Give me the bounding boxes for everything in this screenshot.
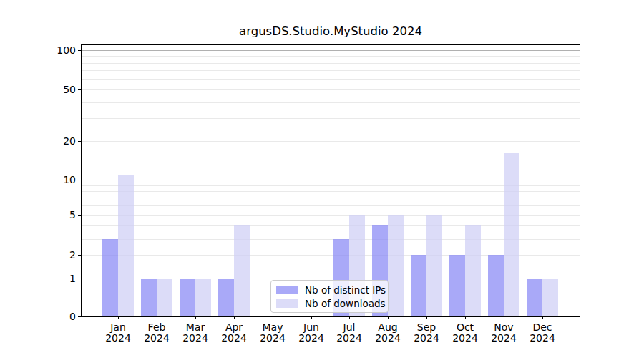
chart: argusDS.Studio.MyStudio 2024 Nb of disti… [0,0,644,358]
x-tick-month: Jan [97,322,140,333]
y-tick-mark [78,215,81,216]
x-tick-year: 2024 [444,333,487,344]
x-tick-month: Nov [482,322,525,333]
x-tick-label-mar: Mar2024 [174,322,217,344]
x-tick-month: May [251,322,294,333]
bar-distinct-ips-apr [218,279,234,316]
x-tick-month: Apr [213,322,255,333]
y-tick-mark [78,141,81,142]
gridline-minor [82,56,580,57]
bar-distinct-ips-jan [102,239,118,316]
bar-distinct-ips-mar [180,279,195,316]
x-tick-mark [273,316,273,319]
x-tick-mark [349,316,350,319]
bar-distinct-ips-nov [488,255,504,316]
x-tick-year: 2024 [328,333,371,344]
x-tick-year: 2024 [213,333,255,344]
bar-downloads-mar [195,279,211,316]
x-tick-year: 2024 [135,333,178,344]
x-tick-mark [388,316,389,319]
gridline-minor [82,118,580,119]
x-tick-month: Feb [135,322,178,333]
y-tick-mark [78,279,81,279]
y-tick-label-5: 5 [26,208,76,221]
x-tick-label-aug: Aug2024 [366,322,409,344]
bar-downloads-apr [234,225,250,316]
x-tick-year: 2024 [251,333,294,344]
legend: Nb of distinct IPs Nb of downloads [270,280,389,313]
y-tick-mark [78,180,81,180]
legend-label-distinct-ips: Nb of distinct IPs [305,284,386,296]
gridline-minor [82,141,580,142]
gridline-minor [82,70,580,71]
x-tick-month: Sep [405,322,448,333]
x-tick-year: 2024 [290,333,333,344]
bar-downloads-feb [157,279,172,316]
bar-distinct-ips-oct [449,255,465,316]
y-tick-mark [78,90,81,90]
x-tick-label-sep: Sep2024 [405,322,448,344]
bar-downloads-sep [426,215,442,316]
y-tick-label-0: 0 [26,310,76,323]
x-tick-mark [157,316,157,319]
x-tick-label-jul: Jul2024 [328,322,371,344]
y-tick-label-20: 20 [26,135,76,147]
gridline-minor [82,90,580,90]
y-tick-label-10: 10 [26,173,76,186]
x-tick-mark [542,316,543,319]
x-tick-year: 2024 [521,333,564,344]
x-tick-month: Dec [521,322,564,333]
x-tick-mark [465,316,466,319]
gridline-minor [82,63,580,64]
chart-title: argusDS.Studio.MyStudio 2024 [81,24,580,38]
bar-downloads-nov [504,153,519,316]
gridline-major [82,50,580,51]
y-tick-mark [78,316,81,317]
x-tick-mark [195,316,196,319]
x-tick-label-dec: Dec2024 [521,322,564,344]
x-tick-label-oct: Oct2024 [444,322,487,344]
y-tick-mark [78,255,81,256]
legend-swatch-downloads [276,299,298,308]
y-tick-mark [78,50,81,51]
bar-distinct-ips-sep [411,255,426,316]
x-tick-mark [118,316,119,319]
x-tick-mark [504,316,504,319]
bar-downloads-aug [388,215,404,316]
y-tick-label-100: 100 [26,44,76,57]
x-tick-label-nov: Nov2024 [482,322,525,344]
y-tick-label-50: 50 [26,83,76,96]
gridline-minor [82,79,580,80]
x-tick-label-jun: Jun2024 [290,322,333,344]
gridline-minor [82,102,580,103]
legend-swatch-distinct-ips [276,286,298,294]
y-tick-label-2: 2 [26,248,76,261]
x-tick-mark [426,316,427,319]
bar-distinct-ips-dec [527,279,542,316]
x-tick-mark [234,316,235,319]
plot-area [81,44,580,317]
x-tick-year: 2024 [405,333,448,344]
bar-downloads-oct [465,225,481,316]
x-tick-month: Mar [174,322,217,333]
legend-label-downloads: Nb of downloads [305,298,386,309]
bar-distinct-ips-feb [141,279,157,316]
x-tick-month: Oct [444,322,487,333]
legend-item-distinct-ips: Nb of distinct IPs [276,284,382,296]
x-tick-month: Jun [290,322,333,333]
x-tick-label-apr: Apr2024 [213,322,255,344]
x-tick-label-may: May2024 [251,322,294,344]
x-tick-label-feb: Feb2024 [135,322,178,344]
x-tick-month: Aug [366,322,409,333]
legend-item-downloads: Nb of downloads [276,298,382,309]
x-tick-year: 2024 [174,333,217,344]
x-tick-year: 2024 [366,333,409,344]
x-tick-month: Jul [328,322,371,333]
bar-downloads-dec [542,279,558,316]
x-tick-label-jan: Jan2024 [97,322,140,344]
bar-downloads-jan [118,175,134,316]
x-tick-mark [311,316,312,319]
x-tick-year: 2024 [482,333,525,344]
x-tick-year: 2024 [97,333,140,344]
y-tick-label-1: 1 [26,272,76,285]
